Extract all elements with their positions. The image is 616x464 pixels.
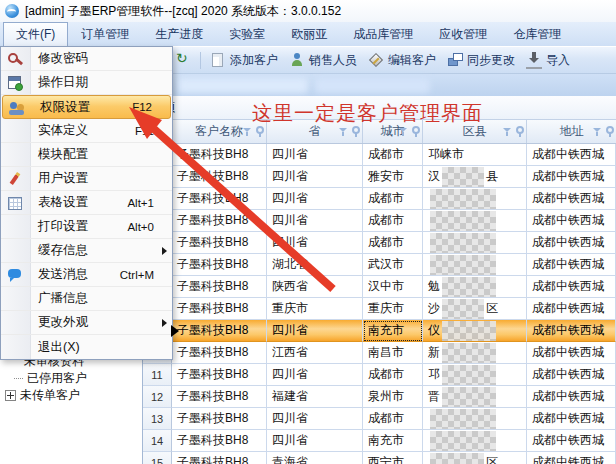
cell-province[interactable]: 四川省 (267, 144, 363, 166)
file-menu-item-11[interactable]: 广播信息 (1, 287, 172, 311)
file-menu-item-9[interactable]: 缓存信息 (1, 239, 172, 263)
cell-address[interactable]: 成都中铁西城 (527, 430, 616, 452)
cell-district[interactable]: 勉 (423, 276, 527, 298)
file-menu-item-12[interactable]: 更改外观 (1, 311, 172, 335)
filter-funnel-icon[interactable] (399, 127, 408, 137)
cell-address[interactable]: 成都中铁西城 (527, 166, 616, 188)
file-menu-item-1[interactable]: 修改密码 (1, 47, 172, 71)
cell-address[interactable]: 成都中铁西城 (527, 452, 616, 464)
menubar-item-5[interactable]: 欧丽亚 (278, 22, 340, 46)
filter-funnel-icon[interactable] (593, 127, 602, 137)
cell-province[interactable]: 四川省 (267, 320, 363, 342)
cell-customer-name[interactable]: 子墨科技BH8 (172, 364, 267, 386)
file-menu-item-2[interactable]: 操作日期 (1, 71, 172, 95)
cell-customer-name[interactable]: 子墨科技BH8 (172, 408, 267, 430)
cell-customer-name[interactable]: 子墨科技BH8 (172, 144, 267, 166)
cell-city[interactable]: 汉中市 (363, 276, 423, 298)
cell-customer-name[interactable]: 子墨科技BH8 (172, 320, 267, 342)
cell-customer-name[interactable]: 子墨科技BH8 (172, 342, 267, 364)
cell-address[interactable]: 成都中铁西城 (527, 210, 616, 232)
column-header-4[interactable]: 区县 (423, 120, 527, 143)
cell-province[interactable]: 陕西省 (267, 276, 363, 298)
cell-city[interactable]: 西宁市 (363, 452, 423, 464)
cell-district[interactable]: 晋 (423, 386, 527, 408)
toolbar-person-button[interactable]: 销售人员 (287, 50, 359, 71)
cell-customer-name[interactable]: 子墨科技BH8 (172, 210, 267, 232)
menubar-item-3[interactable]: 生产进度 (142, 22, 216, 46)
cell-district[interactable] (423, 210, 527, 232)
cell-city[interactable]: 南充市 (363, 320, 423, 342)
cell-address[interactable]: 成都中铁西城 (527, 298, 616, 320)
file-menu-item-4[interactable]: 实体定义F11 (1, 119, 172, 143)
pin-icon[interactable] (351, 126, 359, 137)
cell-province[interactable]: 重庆市 (267, 298, 363, 320)
tree-item-3[interactable]: 未传单客户 (5, 387, 80, 404)
column-header-1[interactable]: 客户名称 (172, 120, 267, 143)
cell-city[interactable]: 南昌市 (363, 342, 423, 364)
cell-customer-name[interactable]: 子墨科技BH8 (172, 386, 267, 408)
cell-customer-name[interactable]: 子墨科技BH8 (172, 166, 267, 188)
cell-address[interactable]: 成都中铁西城 (527, 188, 616, 210)
toolbar-sync-button[interactable]: 同步更改 (445, 50, 517, 71)
cell-address[interactable]: 成都中铁西城 (527, 276, 616, 298)
toolbar-refresh-button[interactable] (173, 50, 193, 70)
file-menu-item-3[interactable]: 权限设置F12 (2, 95, 171, 119)
cell-address[interactable]: 成都中铁西城 (527, 320, 616, 342)
file-menu-item-8[interactable]: 打印设置Alt+0 (1, 215, 172, 239)
cell-city[interactable]: 成都市 (363, 232, 423, 254)
cell-address[interactable]: 成都中铁西城 (527, 342, 616, 364)
cell-district[interactable] (423, 188, 527, 210)
cell-district[interactable]: 区 (423, 452, 527, 464)
cell-district[interactable] (423, 254, 527, 276)
filter-funnel-icon[interactable] (339, 127, 348, 137)
cell-address[interactable]: 成都中铁西城 (527, 232, 616, 254)
cell-address[interactable]: 成都中铁西城 (527, 254, 616, 276)
pin-icon[interactable] (515, 126, 523, 137)
cell-city[interactable]: 成都市 (363, 364, 423, 386)
cell-district[interactable] (423, 430, 527, 452)
toolbar-import-button[interactable]: 导入 (524, 49, 572, 71)
cell-customer-name[interactable]: 子墨科技BH8 (172, 430, 267, 452)
file-menu-item-13[interactable]: 退出(X) (1, 335, 172, 359)
cell-province[interactable]: 四川省 (267, 364, 363, 386)
cell-district[interactable]: 新 (423, 342, 527, 364)
cell-address[interactable]: 成都中铁西城 (527, 364, 616, 386)
file-menu-item-5[interactable]: 模块配置 (1, 143, 172, 167)
cell-city[interactable]: 武汉市 (363, 254, 423, 276)
cell-province[interactable]: 青海省 (267, 452, 363, 464)
cell-customer-name[interactable]: 子墨科技BH8 (172, 188, 267, 210)
cell-district[interactable]: 沙区 (423, 298, 527, 320)
cell-customer-name[interactable]: 子墨科技BH8 (172, 452, 267, 464)
file-menu-item-6[interactable]: 用户设置 (1, 167, 172, 191)
menubar-item-2[interactable]: 订单管理 (68, 22, 142, 46)
filter-funnel-icon[interactable] (243, 127, 252, 137)
pin-icon[interactable] (411, 126, 419, 137)
pin-icon[interactable] (255, 126, 263, 137)
cell-address[interactable]: 成都中铁西城 (527, 144, 616, 166)
cell-address[interactable]: 成都中铁西城 (527, 408, 616, 430)
menubar-item-7[interactable]: 应收管理 (426, 22, 500, 46)
menubar-item-6[interactable]: 成品库管理 (340, 22, 426, 46)
cell-city[interactable]: 成都市 (363, 188, 423, 210)
cell-city[interactable]: 雅安市 (363, 166, 423, 188)
toolbar-edit-button[interactable]: 编辑客户 (366, 50, 438, 71)
cell-customer-name[interactable]: 子墨科技BH8 (172, 276, 267, 298)
pin-icon[interactable] (605, 126, 613, 137)
cell-district[interactable] (423, 232, 527, 254)
filter-funnel-icon[interactable] (503, 127, 512, 137)
column-header-5[interactable]: 地址 (527, 120, 616, 143)
cell-city[interactable]: 南充市 (363, 430, 423, 452)
cell-province[interactable]: 四川省 (267, 408, 363, 430)
cell-province[interactable]: 福建省 (267, 386, 363, 408)
cell-province[interactable]: 四川省 (267, 166, 363, 188)
cell-customer-name[interactable]: 子墨科技BH8 (172, 298, 267, 320)
cell-province[interactable]: 江西省 (267, 342, 363, 364)
cell-district[interactable]: 邛崃市 (423, 144, 527, 166)
cell-province[interactable]: 湖北省 (267, 254, 363, 276)
cell-district[interactable]: 仪 (423, 320, 527, 342)
cell-province[interactable]: 四川省 (267, 232, 363, 254)
cell-district[interactable]: 邛 (423, 364, 527, 386)
options-bar[interactable]: 选项 (143, 96, 616, 120)
cell-city[interactable]: 泉州市 (363, 386, 423, 408)
file-menu-item-10[interactable]: 发送消息Ctrl+M (1, 263, 172, 287)
